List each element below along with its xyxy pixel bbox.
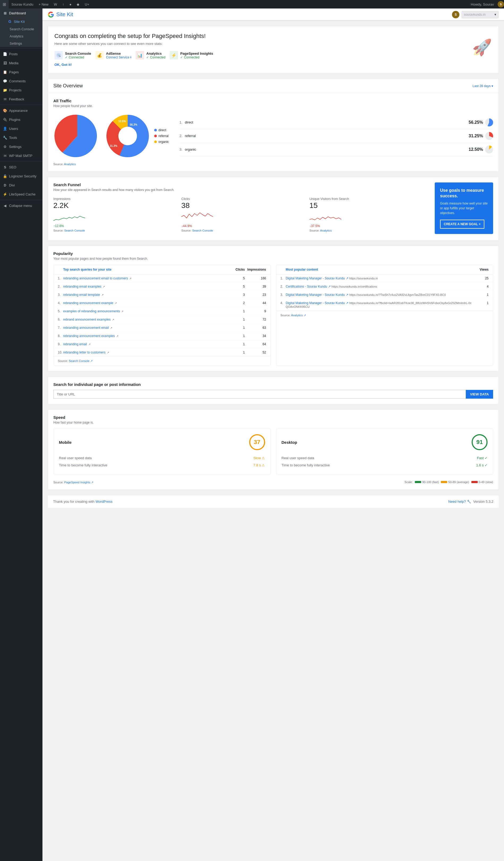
sidebar-label-tools: Tools (9, 136, 17, 140)
new-content-bar[interactable]: + New (36, 0, 51, 9)
row-clicks: 1 (229, 342, 245, 346)
visitors-source-link[interactable]: Analytics (320, 229, 332, 232)
sidebar-item-dashboard[interactable]: ⊞ Dashboard (0, 9, 42, 17)
sidebar-item-settings2[interactable]: ⚙ Settings (0, 142, 42, 151)
site-selector[interactable]: souravkundu.in ▾ (462, 11, 499, 18)
service-info-pagespeed: PageSpeed Insights ✓ Connected (180, 52, 213, 59)
view-data-button[interactable]: VIEW DATA (466, 390, 493, 399)
popularity-grid: Top search queries for your site Clicks … (53, 265, 493, 366)
legend-dot-organic (154, 140, 157, 143)
wordpress-link[interactable]: WordPress (96, 500, 113, 504)
row-query[interactable]: rebranding email ↗ (63, 342, 229, 346)
content-area: Congrats on completing the setup for Pag… (42, 21, 504, 513)
plugin2-bar[interactable]: ↑ (60, 0, 67, 9)
content-row: 1. Digital Maketing Manager - Sourav Kun… (276, 274, 493, 283)
sidebar-label-search-console: Search Console (10, 27, 34, 31)
traffic-source-link[interactable]: Analytics (64, 163, 76, 166)
plugin1-bar[interactable]: W (51, 0, 60, 9)
sidebar-item-loginizer[interactable]: 🔒 Loginizer Security (0, 172, 42, 181)
sidebar-item-settings[interactable]: Settings (0, 40, 42, 47)
content-name-link[interactable]: Digital Maketing Manager - Sourav Kundu … (286, 301, 349, 305)
funnel-visitors: Unique Visitors from Search 15 ↓37.5% So… (309, 197, 430, 232)
pagespeed-source-link[interactable]: PageSpeed Insights ↗ (64, 481, 94, 484)
ok-button[interactable]: OK, Got it! (54, 63, 72, 67)
pagespeed-icon: ⚡ (170, 51, 178, 59)
sidebar-item-projects[interactable]: 📁 Projects (0, 85, 42, 95)
adsense-status[interactable]: Connect Service ℹ (106, 55, 131, 59)
need-help-link[interactable]: Need help? 🔧 (448, 500, 471, 504)
col-impressions-header: Impressions (245, 268, 266, 271)
user-avatar-bar[interactable]: S (498, 1, 504, 8)
row-clicks: 1 (229, 310, 245, 313)
content-source-link[interactable]: Analytics ↗ (291, 314, 306, 317)
sidebar-item-divi[interactable]: D Divi (0, 181, 42, 190)
row-query[interactable]: examples of rebranding announcements ↗ (63, 310, 229, 313)
row-query[interactable]: rebrand announcement examples ↗ (63, 318, 229, 322)
plugin3-bar[interactable]: ● (67, 0, 74, 9)
create-goal-button[interactable]: CREATE A NEW GOAL + (440, 220, 484, 229)
desktop-header: Desktop 91 (282, 434, 488, 450)
sidebar-item-appearance[interactable]: 🎨 Appearance (0, 106, 42, 115)
row-query[interactable]: rebranding announcement examples ↗ (63, 334, 229, 338)
scale-fast: 90-100 (fast) (415, 480, 439, 483)
last-days-selector[interactable]: Last 28 days ▾ (473, 84, 493, 88)
traffic-rank-3: 3. (179, 147, 185, 151)
sidebar-item-tools[interactable]: 🔧 Tools (0, 133, 42, 142)
sidebar-item-feedback[interactable]: ✉ Feedback (0, 95, 42, 104)
content-name-link[interactable]: Digital Maketing Manager - Sourav Kundu … (286, 276, 349, 280)
row-query[interactable]: rebranding email template ↗ (63, 293, 229, 297)
clicks-source-link[interactable]: Search Console (192, 229, 213, 232)
sidebar-item-comments[interactable]: 💬 Comments (0, 77, 42, 85)
content-name-link[interactable]: Certifications - Sourav Kundu ↗ (286, 285, 331, 288)
content-url: https://souravkundu.in/certifications (332, 285, 377, 288)
pagespeed-check-icon: ✓ (180, 55, 183, 59)
sidebar-item-sitekit[interactable]: G Site Kit (0, 17, 42, 26)
sidebar-item-analytics[interactable]: Analytics (0, 33, 42, 40)
service-adsense: 💰 AdSense Connect Service ℹ (95, 51, 131, 59)
content-name-link[interactable]: Digital Maketing Manager - Sourav Kundu … (286, 293, 349, 297)
service-pagespeed: ⚡ PageSpeed Insights ✓ Connected (170, 51, 213, 59)
content-header: Most popular content Views (276, 265, 493, 274)
sidebar-item-plugins[interactable]: 🔌 Plugins (0, 115, 42, 124)
visitors-sparkline (309, 211, 341, 222)
ext-icon: ↗ (115, 302, 117, 305)
search-query-row: 9. rebranding email ↗ 1 64 (54, 340, 270, 348)
sidebar-item-posts[interactable]: 📄 Posts (0, 50, 42, 58)
admin-bar: ⊞ Sourav Kundu + New W ↑ ● ◆ U+ Howdy, S… (0, 0, 504, 9)
row-query[interactable]: rebranding email examples ↗ (63, 285, 229, 288)
search-source-link[interactable]: Search Console ↗ (69, 359, 93, 363)
plugin4-bar[interactable]: ◆ (74, 0, 82, 9)
sidebar-label-collapse: Collapse menu (9, 204, 32, 208)
user-avatar-header[interactable]: S (452, 11, 459, 18)
row-query[interactable]: rebranding letter to customers ↗ (63, 351, 229, 354)
impressions-source-link[interactable]: Search Console (64, 229, 85, 232)
site-name-bar[interactable]: Sourav Kundu (9, 0, 36, 9)
speed-footer: Source: PageSpeed Insights ↗ Scale: 90-1… (53, 478, 493, 484)
row-query[interactable]: rebranding announcement email ↗ (63, 326, 229, 330)
wpmail-icon: ✉ (3, 153, 8, 158)
content-source: Source: Analytics ↗ (276, 311, 493, 320)
col-clicks-header: Clicks (229, 268, 245, 271)
funnel-metrics-row: Impressions 2.2K ↑12.6% Source: Search C… (53, 197, 430, 232)
mobile-row-1: Real user speed data Slow ⚠ (59, 454, 265, 462)
sidebar-item-wpmail[interactable]: ✉ WP Mail SMTP (0, 151, 42, 160)
traffic-name-direct: direct (185, 120, 467, 124)
wp-logo-bar[interactable]: ⊞ (0, 0, 9, 9)
sidebar-item-search-console[interactable]: Search Console (0, 26, 42, 33)
sidebar-item-users[interactable]: 👤 Users (0, 124, 42, 133)
sidebar-item-media[interactable]: 🖼 Media (0, 58, 42, 67)
search-page-section: Search for individual page or post infor… (48, 377, 499, 404)
plugin5-bar[interactable]: U+ (82, 0, 92, 9)
content-row: 3. Digital Maketing Manager - Sourav Kun… (276, 291, 493, 299)
sidebar-item-collapse[interactable]: ◀ Collapse menu (0, 201, 42, 210)
search-input[interactable] (53, 390, 466, 399)
row-query[interactable]: rebranding announcement example ↗ (63, 301, 229, 305)
sidebar-item-pages[interactable]: 📋 Pages (0, 67, 42, 77)
sidebar-item-seo[interactable]: S SEO (0, 163, 42, 172)
row-rank: 7. (58, 326, 63, 330)
sidebar-item-litespeed[interactable]: ⚡ LiteSpeed Cache (0, 190, 42, 199)
sidebar-label-pages: Pages (9, 70, 19, 74)
pie-label-direct: 56.3% (130, 123, 137, 126)
sitekit-logo: Site Kit (48, 11, 73, 18)
row-query[interactable]: rebranding announcement email to custome… (63, 276, 229, 280)
